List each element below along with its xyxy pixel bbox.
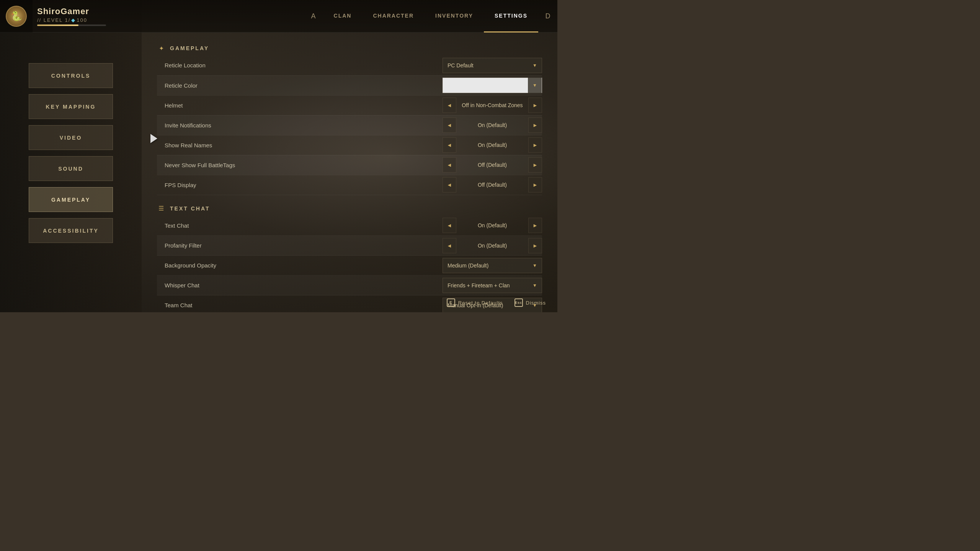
header: 🐍 ShiroGamer // LEVEL 1/◆100 A CLAN CHAR… — [0, 0, 557, 33]
reticle-location-control[interactable]: PC Default ▼ — [388, 55, 542, 75]
profanity-left-arrow[interactable]: ◄ — [443, 238, 456, 253]
table-row: FPS Display ◄ Off (Default) ► — [157, 175, 542, 195]
table-row: Invite Notifications ◄ On (Default) ► — [157, 115, 542, 135]
text-chat-right-arrow[interactable]: ► — [528, 218, 542, 233]
table-row: Show Real Names ◄ On (Default) ► — [157, 135, 542, 155]
sidebar-gameplay[interactable]: GAMEPLAY — [29, 187, 113, 212]
invite-right-arrow[interactable]: ► — [528, 117, 542, 133]
reticle-location-dropdown[interactable]: PC Default ▼ — [443, 58, 542, 73]
show-real-names-arrows[interactable]: ◄ On (Default) ► — [443, 137, 542, 153]
nav-clan[interactable]: CLAN — [323, 0, 363, 33]
sidebar-controls[interactable]: CONTROLS — [29, 63, 113, 88]
text-chat-label: Text Chat — [157, 216, 388, 236]
helmet-control[interactable]: ◄ Off in Non-Combat Zones ► — [388, 95, 542, 115]
reticle-location-label: Reticle Location — [157, 55, 388, 75]
dismiss-label: Dismiss — [526, 300, 546, 306]
no-battletags-control[interactable]: ◄ Off (Default) ► — [388, 155, 542, 175]
reticle-color-picker[interactable]: ▼ — [443, 78, 542, 93]
gameplay-icon: ✦ — [157, 44, 165, 52]
main-nav: A CLAN CHARACTER INVENTORY SETTINGS D — [304, 0, 557, 32]
profanity-filter-control[interactable]: ◄ On (Default) ► — [388, 236, 542, 256]
table-row: Background Opacity Medium (Default) ▼ — [157, 256, 542, 276]
table-row: Whisper Chat Friends + Fireteam + Clan ▼ — [157, 276, 542, 295]
show-real-names-control[interactable]: ◄ On (Default) ► — [388, 135, 542, 155]
bg-opacity-control[interactable]: Medium (Default) ▼ — [388, 256, 542, 276]
whisper-chat-dropdown[interactable]: Friends + Fireteam + Clan ▼ — [443, 278, 542, 293]
battletags-right-arrow[interactable]: ► — [528, 157, 542, 173]
table-row: Profanity Filter ◄ On (Default) ► — [157, 236, 542, 256]
reset-defaults-button[interactable]: F Reset to Defaults — [447, 298, 503, 307]
table-row: Helmet ◄ Off in Non-Combat Zones ► — [157, 95, 542, 115]
invite-notif-arrows[interactable]: ◄ On (Default) ► — [443, 117, 542, 133]
dropdown-arrow: ▼ — [532, 63, 537, 68]
no-battletags-label: Never Show Full BattleTags — [157, 155, 388, 175]
show-names-right-arrow[interactable]: ► — [528, 137, 542, 153]
reticle-color-control[interactable]: ▼ — [388, 75, 542, 95]
cursor-arrow — [150, 134, 157, 143]
helmet-label: Helmet — [157, 95, 388, 115]
fps-arrows[interactable]: ◄ Off (Default) ► — [443, 177, 542, 192]
profanity-arrows[interactable]: ◄ On (Default) ► — [443, 238, 542, 253]
fps-right-arrow[interactable]: ► — [528, 177, 542, 192]
xp-fill — [37, 24, 78, 26]
reset-label: Reset to Defaults — [458, 300, 503, 306]
nav-settings[interactable]: SETTINGS — [484, 0, 538, 33]
bg-opacity-dropdown[interactable]: Medium (Default) ▼ — [443, 258, 542, 273]
whisper-chat-label: Whisper Chat — [157, 276, 388, 295]
user-level: // LEVEL 1/◆100 — [37, 17, 106, 23]
color-arrow: ▼ — [528, 78, 542, 93]
fps-display-label: FPS Display — [157, 175, 388, 195]
sidebar-video[interactable]: VIDEO — [29, 125, 113, 150]
fps-left-arrow[interactable]: ◄ — [443, 177, 456, 192]
text-chat-control[interactable]: ◄ On (Default) ► — [388, 216, 542, 236]
gameplay-section-title: GAMEPLAY — [170, 45, 209, 51]
no-battletags-arrows[interactable]: ◄ Off (Default) ► — [443, 157, 542, 173]
table-row: Reticle Location PC Default ▼ — [157, 55, 542, 75]
user-info: ShiroGamer // LEVEL 1/◆100 — [33, 7, 106, 26]
logo-icon: 🐍 — [6, 6, 27, 27]
gameplay-settings-table: Reticle Location PC Default ▼ Reticle Co… — [157, 55, 542, 195]
dismiss-key-icon: Esc — [514, 298, 523, 307]
team-chat-label: Team Chat — [157, 295, 388, 313]
sidebar: CONTROLS KEY MAPPING VIDEO SOUND GAMEPLA… — [0, 33, 142, 312]
sidebar-key-mapping[interactable]: KEY MAPPING — [29, 94, 113, 119]
nav-inventory[interactable]: INVENTORY — [425, 0, 484, 33]
battletags-left-arrow[interactable]: ◄ — [443, 157, 456, 173]
table-row: Never Show Full BattleTags ◄ Off (Defaul… — [157, 155, 542, 175]
profanity-right-arrow[interactable]: ► — [528, 238, 542, 253]
bg-opacity-label: Background Opacity — [157, 256, 388, 276]
dropdown-arrow: ▼ — [532, 283, 537, 288]
helmet-arrows[interactable]: ◄ Off in Non-Combat Zones ► — [443, 98, 542, 113]
nav-character[interactable]: CHARACTER — [362, 0, 425, 33]
invite-notif-label: Invite Notifications — [157, 115, 388, 135]
helmet-left-arrow[interactable]: ◄ — [443, 98, 456, 113]
text-chat-section-header: ☰ TEXT CHAT — [157, 204, 542, 213]
main-content: ✦ GAMEPLAY Reticle Location PC Default ▼… — [142, 33, 557, 312]
dropdown-arrow: ▼ — [532, 263, 537, 268]
footer: F Reset to Defaults Esc Dismiss — [447, 293, 557, 312]
dismiss-button[interactable]: Esc Dismiss — [514, 298, 546, 307]
fps-display-control[interactable]: ◄ Off (Default) ► — [388, 175, 542, 195]
table-row: Reticle Color ▼ — [157, 75, 542, 95]
table-row: Text Chat ◄ On (Default) ► — [157, 216, 542, 236]
text-chat-section-title: TEXT CHAT — [170, 205, 210, 212]
invite-notif-control[interactable]: ◄ On (Default) ► — [388, 115, 542, 135]
sidebar-accessibility[interactable]: ACCESSIBILITY — [29, 218, 113, 243]
reset-key-icon: F — [447, 298, 455, 307]
text-chat-arrows[interactable]: ◄ On (Default) ► — [443, 218, 542, 233]
reticle-color-label: Reticle Color — [157, 75, 388, 95]
text-chat-left-arrow[interactable]: ◄ — [443, 218, 456, 233]
sidebar-sound[interactable]: SOUND — [29, 156, 113, 181]
whisper-chat-control[interactable]: Friends + Fireteam + Clan ▼ — [388, 276, 542, 295]
nav-left-icon[interactable]: A — [304, 0, 323, 33]
invite-left-arrow[interactable]: ◄ — [443, 117, 456, 133]
username: ShiroGamer — [37, 7, 106, 16]
show-real-names-label: Show Real Names — [157, 135, 388, 155]
xp-bar — [37, 24, 106, 26]
nav-right-icon[interactable]: D — [538, 0, 557, 33]
helmet-right-arrow[interactable]: ► — [528, 98, 542, 113]
text-chat-icon: ☰ — [157, 204, 165, 213]
profanity-filter-label: Profanity Filter — [157, 236, 388, 256]
logo-container: 🐍 — [0, 0, 33, 33]
show-names-left-arrow[interactable]: ◄ — [443, 137, 456, 153]
